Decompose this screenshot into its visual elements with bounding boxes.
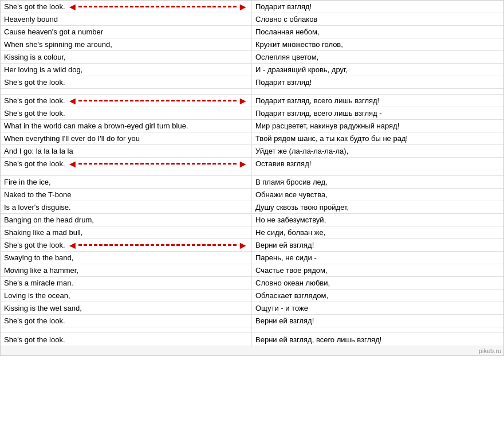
lyric-text-right: Обласкает взглядом,: [255, 291, 328, 300]
lyric-text-left: She's got the look.: [4, 316, 65, 325]
lyric-text-left: When she's spinning me around,: [4, 40, 112, 49]
col-right: Оставив взгляд!: [252, 158, 503, 170]
lyrics-row: Moving like a hammer, Счастье твое рядом…: [1, 264, 503, 277]
col-right: Посланная небом,: [252, 26, 503, 38]
col-right: Верни ей взгляд!: [252, 239, 503, 251]
watermark: pikeb.ru: [1, 346, 503, 355]
arrow-left-icon: ◄: [68, 96, 78, 106]
col-left: She's got the look.: [1, 107, 252, 119]
col-left: She's got the look. ◄ ►: [1, 239, 252, 251]
col-right: Подарит взгляд, всего лишь взгляд -: [252, 107, 503, 119]
lyric-text-right: Словно с облаков: [255, 15, 317, 24]
col-right: Твой рядом шанс, а ты как будто бы не ра…: [252, 132, 503, 144]
lyrics-row: Loving is the ocean, Обласкает взглядом,: [1, 289, 503, 302]
lyric-text-left: She's got the look.: [4, 335, 65, 344]
lyric-text-left: Moving like a hammer,: [4, 266, 78, 275]
lyric-text-right: И - дразнящий кровь, друг,: [255, 65, 348, 74]
lyric-text-left: Naked to the T-bone: [4, 190, 72, 199]
lyric-text-right: Словно океан любви,: [255, 279, 330, 287]
arrow-right-icon: ►: [238, 96, 248, 106]
col-left: When she's spinning me around,: [1, 38, 252, 50]
lyric-text-left: Cause heaven's got a number: [4, 28, 103, 36]
col-left: She's a miracle man.: [1, 277, 252, 289]
lyric-text-right: Обнажи все чувства,: [255, 190, 328, 199]
lyrics-container: She's got the look. ◄ ► Подарит взгляд! …: [0, 0, 504, 356]
lyric-text-left: She's got the look.: [4, 96, 65, 105]
col-left: Fire in the ice,: [1, 176, 252, 188]
arrow-right-icon: ►: [238, 159, 248, 169]
lyrics-row: Naked to the T-bone Обнажи все чувства,: [1, 189, 503, 201]
lyrics-row: She's got the look. ◄ ► Верни ей взгляд!: [1, 239, 503, 252]
lyrics-row: She's got the look. ◄ ► Оставив взгляд!: [1, 158, 503, 170]
lyrics-row: Kissing is the wet sand, Ощути - и тоже: [1, 302, 503, 315]
lyric-text-left: What in the world can make a brown-eyed …: [4, 122, 188, 130]
lyric-text-right: Ощути - и тоже: [255, 304, 308, 312]
lyric-text-left: Kissing is the wet sand,: [4, 304, 82, 312]
col-left: Moving like a hammer,: [1, 264, 252, 276]
col-left: She's got the look.: [1, 333, 252, 346]
col-left: Her loving is a wild dog,: [1, 64, 252, 76]
col-right: Уйдет же (ла-ла-ла-ла-ла),: [252, 145, 503, 157]
col-left: She's got the look. ◄ ►: [1, 158, 252, 170]
lyrics-row: She's got the look. Подарит взгляд!: [1, 76, 503, 89]
lyrics-row: Kissing is a colour, Ослепляя цветом,: [1, 51, 503, 64]
col-left: She's got the look. ◄ ►: [1, 95, 252, 107]
col-right: Обласкает взглядом,: [252, 289, 503, 302]
lyrics-row: Her loving is a wild dog, И - дразнящий …: [1, 64, 503, 76]
lyric-text-left: She's got the look.: [4, 2, 65, 11]
lyric-text-left: Loving is the ocean,: [4, 291, 70, 300]
lyric-text-left: She's a miracle man.: [4, 279, 73, 287]
col-right: Кружит множество голов,: [252, 38, 503, 50]
lyric-text-left: When everything I'll ever do I'll do for…: [4, 134, 140, 143]
arrow-right-icon: ►: [238, 240, 248, 251]
lyric-text-right: Счастье твое рядом,: [255, 266, 328, 275]
col-left: She's got the look.: [1, 315, 252, 327]
lyric-text-left: She's got the look.: [4, 109, 65, 118]
dashed-line: [78, 100, 237, 101]
lyric-text-right: В пламя бросив лед,: [255, 178, 328, 186]
col-left: Cause heaven's got a number: [1, 26, 252, 38]
lyric-text-left: She's got the look.: [4, 78, 65, 87]
lyrics-row: Swaying to the band, Парень, не сиди -: [1, 252, 503, 264]
lyric-text-right: Верни ей взгляд, всего лишь взгляд!: [255, 335, 381, 344]
lyrics-row: She's a miracle man. Словно океан любви,: [1, 277, 503, 289]
lyric-text-right: Кружит множество голов,: [255, 40, 343, 49]
lyrics-row: Heavenly bound Словно с облаков: [1, 13, 503, 26]
lyric-text-right: Подарит взгляд, всего лишь взгляд -: [255, 109, 382, 118]
lyric-text-left: Banging on the head drum,: [4, 216, 94, 224]
lyric-text-right: Подарит взгляд, всего лишь взгляд!: [255, 96, 379, 105]
col-right: Парень, не сиди -: [252, 252, 503, 264]
lyric-text-right: Мир расцветет, накинув радужный наряд!: [255, 122, 399, 130]
lyric-text-right: Оставив взгляд!: [255, 159, 311, 168]
lyric-text-right: Не сиди, болван же,: [255, 228, 325, 237]
lyric-text-left: Heavenly bound: [4, 15, 58, 24]
arrow-left-icon: ◄: [68, 240, 78, 251]
lyric-text-left: She's got the look.: [4, 241, 65, 249]
lyric-text-left: And I go: la la la la la: [4, 147, 73, 155]
col-left: Kissing is the wet sand,: [1, 302, 252, 314]
lyrics-row: Is a lover's disguise. Душу сквозь твою …: [1, 201, 503, 214]
col-right: Но не забезумствуй,: [252, 214, 503, 226]
lyric-text-right: Верни ей взгляд!: [255, 241, 314, 249]
arrow-left-icon: ◄: [68, 159, 78, 169]
lyric-text-left: Shaking like a mad bull,: [4, 228, 82, 237]
lyric-text-left: Her loving is a wild dog,: [4, 65, 82, 74]
col-left: Loving is the ocean,: [1, 289, 252, 302]
lyric-text-right: Твой рядом шанс, а ты как будто бы не ра…: [255, 134, 408, 143]
col-right: Подарит взгляд!: [252, 76, 503, 88]
col-right: Ощути - и тоже: [252, 302, 503, 314]
col-right: Подарит взгляд, всего лишь взгляд!: [252, 95, 503, 107]
col-left: Kissing is a colour,: [1, 51, 252, 63]
lyric-text-right: Подарит взгляд!: [255, 2, 312, 11]
lyric-text-left: She's got the look.: [4, 159, 65, 168]
col-right: Обнажи все чувства,: [252, 189, 503, 201]
lyric-text-left: Kissing is a colour,: [4, 53, 66, 61]
lyric-text-right: Уйдет же (ла-ла-ла-ла-ла),: [255, 147, 348, 155]
lyric-text-left: Swaying to the band,: [4, 253, 73, 262]
col-left: What in the world can make a brown-eyed …: [1, 120, 252, 132]
col-right: Словно океан любви,: [252, 277, 503, 289]
lyrics-row: Banging on the head drum, Но не забезумс…: [1, 214, 503, 226]
lyric-text-right: Подарит взгляд!: [255, 78, 312, 87]
lyrics-row: [1, 327, 503, 333]
col-left: Naked to the T-bone: [1, 189, 252, 201]
